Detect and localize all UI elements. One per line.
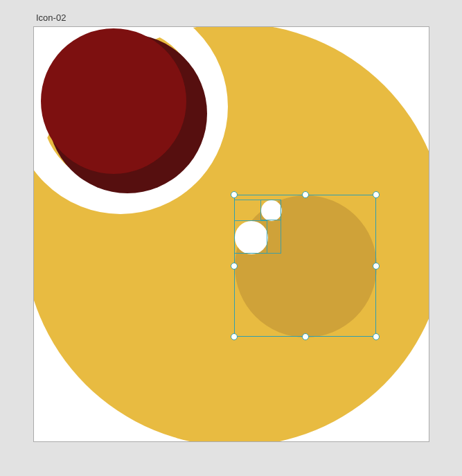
selection-handle-middle-right[interactable] [373,263,380,270]
selection-handle-top-right[interactable] [373,191,380,198]
shape-small-white-circle-upper[interactable] [261,200,282,221]
artboard-canvas[interactable] [33,26,429,442]
shape-red-circle[interactable] [41,28,186,174]
shape-small-white-circle-lower[interactable] [235,221,268,254]
artboard-label: Icon-02 [36,12,66,23]
shape-mustard-circle[interactable] [235,195,377,337]
selection-handle-bottom-left[interactable] [231,333,238,340]
selection-handle-bottom-middle[interactable] [302,333,309,340]
selection-handle-top-middle[interactable] [302,191,309,198]
artboard-content [34,27,429,441]
selection-handle-bottom-right[interactable] [373,333,380,340]
selection-handle-middle-left[interactable] [231,263,238,270]
selection-handle-top-left[interactable] [231,191,238,198]
